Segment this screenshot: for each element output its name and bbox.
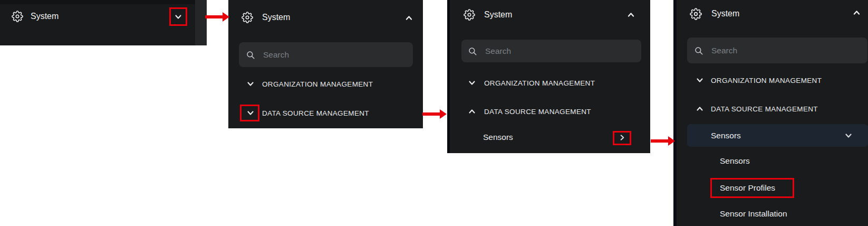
chevron-down-icon[interactable] [845, 132, 852, 139]
section-data-source-management[interactable]: DATA SOURCE MANAGEMENT [450, 104, 650, 119]
menu-item-sensors-parent[interactable]: Sensors [687, 124, 868, 147]
section-label: ORGANIZATION MANAGEMENT [711, 77, 822, 84]
gear-icon [464, 9, 475, 21]
search-box[interactable] [461, 40, 641, 62]
item-label: Sensors [483, 133, 513, 142]
search-box[interactable] [687, 37, 867, 63]
search-input[interactable] [262, 50, 406, 60]
arrow-head [440, 109, 447, 119]
step-arrow-2 [422, 109, 447, 119]
search-input[interactable] [484, 46, 634, 56]
search-icon [694, 46, 703, 55]
section-organization-management[interactable]: ORGANIZATION MANAGEMENT [228, 77, 423, 91]
menu-item-system[interactable]: System [450, 3, 650, 26]
annotated-screenshot-sequence: System System [0, 0, 868, 226]
chevron-up-icon[interactable] [696, 105, 703, 112]
arrow-tail [422, 112, 441, 116]
section-data-source-management[interactable]: DATA SOURCE MANAGEMENT [677, 101, 868, 116]
panel-3-expanded-section: System ORGANIZATION MANAGEMENT DATA SOUR… [447, 0, 650, 153]
section-label: DATA SOURCE MANAGEMENT [262, 109, 369, 117]
menu-item-system[interactable]: System [0, 4, 195, 29]
section-organization-management[interactable]: ORGANIZATION MANAGEMENT [450, 76, 650, 90]
submenu-item-sensor-installation[interactable]: Sensor Installation [677, 206, 868, 221]
section-label: DATA SOURCE MANAGEMENT [711, 105, 818, 113]
step-arrow-1 [205, 12, 229, 22]
menu-title: System [484, 10, 512, 20]
arrow-head [668, 136, 675, 146]
search-input[interactable] [710, 45, 860, 56]
menu-item-system[interactable]: System [677, 2, 868, 25]
panel-1-collapsed-menu: System [0, 0, 195, 45]
item-label: Sensor Installation [720, 209, 787, 219]
gear-icon [242, 12, 253, 23]
item-label: Sensors [720, 156, 750, 166]
chevron-up-icon[interactable] [405, 14, 413, 22]
annotation-box-step2 [240, 105, 259, 121]
annotation-box-step3 [613, 131, 631, 145]
chevron-down-icon[interactable] [696, 77, 703, 84]
arrow-head [223, 12, 229, 22]
arrow-tail [205, 15, 224, 18]
annotation-box-step1 [169, 7, 187, 26]
arrow-tail [651, 139, 669, 143]
menu-item-system[interactable]: System [228, 5, 423, 30]
chevron-up-icon[interactable] [468, 108, 476, 115]
menu-title: System [262, 13, 290, 22]
gear-icon [12, 11, 23, 22]
step-arrow-3 [651, 136, 675, 146]
chevron-down-icon[interactable] [247, 80, 254, 88]
annotation-box-step4 [710, 178, 794, 198]
search-icon [246, 50, 255, 60]
panel-1-edge-strip [195, 0, 207, 45]
search-box[interactable] [239, 42, 413, 67]
chevron-up-icon[interactable] [853, 9, 861, 16]
section-label: ORGANIZATION MANAGEMENT [262, 80, 373, 88]
section-organization-management[interactable]: ORGANIZATION MANAGEMENT [677, 73, 868, 88]
submenu-item-sensors[interactable]: Sensors [677, 154, 868, 168]
search-icon [468, 46, 477, 56]
gear-icon [690, 8, 702, 20]
panel-1-top-edge [0, 0, 195, 4]
chevron-down-icon[interactable] [468, 79, 476, 87]
item-label: Sensors [711, 131, 741, 140]
section-label: DATA SOURCE MANAGEMENT [484, 108, 591, 116]
menu-title: System [31, 12, 59, 21]
section-label: ORGANIZATION MANAGEMENT [484, 79, 595, 87]
chevron-up-icon[interactable] [627, 11, 635, 18]
menu-title: System [711, 9, 739, 18]
